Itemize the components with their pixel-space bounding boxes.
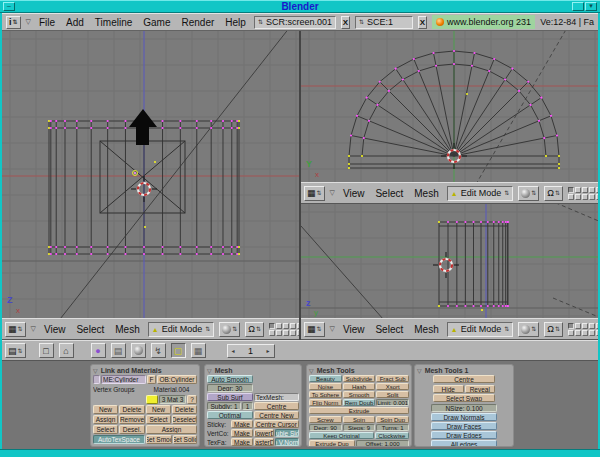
subdiv-render-field[interactable]: 1 <box>242 402 253 410</box>
material-delete-button[interactable]: Delete <box>172 405 197 414</box>
frame-decrement-icon[interactable]: ◂ <box>232 348 235 354</box>
vgroup-delete-button[interactable]: Delete <box>119 405 145 414</box>
viewport-type-button[interactable]: ▦ ⇅ <box>304 322 325 337</box>
spin-dup-button[interactable]: Spin Dup <box>376 416 409 423</box>
layer-cell[interactable] <box>596 194 598 200</box>
layer-cell[interactable] <box>575 330 581 336</box>
viewport-front[interactable]: Z x <box>2 31 299 318</box>
steps-field[interactable]: Steps: 9 <box>343 424 376 431</box>
pivot-button[interactable]: Ω ⇅ <box>544 186 563 201</box>
select-swap-button[interactable]: Select Swap <box>433 394 495 402</box>
material-color-swatch[interactable] <box>146 395 158 404</box>
texface-make-button[interactable]: Make <box>231 438 253 446</box>
layer-cell[interactable] <box>297 330 299 336</box>
vgroup-assign-button[interactable]: Assign <box>93 415 118 424</box>
set-smooth-button[interactable]: Set Smoo <box>146 435 172 444</box>
material-new-button[interactable]: New <box>146 405 171 414</box>
viewport-type-button[interactable]: ▦ ⇅ <box>304 186 325 201</box>
layer-cell[interactable] <box>575 187 581 193</box>
panel-collapse-icon[interactable]: ▽ <box>207 367 212 374</box>
split-button[interactable]: Split <box>376 391 409 398</box>
window-shade-button[interactable]: ▾ <box>585 2 597 11</box>
frame-number-field[interactable]: ◂ 1 ▸ <box>227 344 275 358</box>
editing-context-button[interactable]: ▢ <box>171 343 186 358</box>
double-sided-toggle[interactable]: Double Sided <box>275 429 299 437</box>
layer-cell[interactable] <box>276 323 282 329</box>
draw-mode-button[interactable]: ⇅ <box>518 322 539 337</box>
turns-field[interactable]: Turns: 1 <box>376 424 409 431</box>
material-assign-button[interactable]: Assign <box>146 425 197 434</box>
texmesh-field[interactable]: TexMesh: <box>254 393 299 401</box>
draw-normals-toggle[interactable]: Draw Normals <box>431 413 497 421</box>
centre-new-button[interactable]: Centre New <box>254 411 299 419</box>
faster-draw-button[interactable]: FasterDr <box>254 438 274 446</box>
to-sphere-button[interactable]: To Sphere <box>309 391 342 398</box>
material-help-button[interactable]: ? <box>187 395 197 404</box>
degr-field[interactable]: Degr: 90 <box>309 424 342 431</box>
logic-context-button[interactable]: ● <box>91 343 106 358</box>
menu-mesh[interactable]: Mesh <box>411 188 441 199</box>
centre-button[interactable]: Centre <box>254 402 299 410</box>
vertcol-make-button[interactable]: Make <box>231 429 253 437</box>
layer-cell[interactable] <box>269 323 275 329</box>
window-type-button[interactable]: i ⇅ <box>6 16 21 29</box>
centre-button[interactable]: Centre <box>433 375 495 383</box>
layer-cell[interactable] <box>589 323 595 329</box>
layer-cell[interactable] <box>589 194 595 200</box>
object-context-button[interactable]: ↯ <box>151 343 166 358</box>
hide-button[interactable]: Hide <box>433 385 464 393</box>
layer-cell[interactable] <box>568 323 574 329</box>
window-menu-button[interactable]: – <box>3 2 15 11</box>
all-edges-toggle[interactable]: All edges <box>431 440 497 447</box>
fake-user-button[interactable]: F <box>147 375 156 384</box>
frame-increment-icon[interactable]: ▸ <box>267 348 270 354</box>
header-collapse-icon[interactable]: ▽ <box>26 18 31 26</box>
screw-button[interactable]: Screw <box>309 416 342 423</box>
slower-draw-button[interactable]: SlowerDr <box>254 429 274 437</box>
layer-cell[interactable] <box>297 323 299 329</box>
subdiv-field[interactable]: Subdiv: 1 <box>207 402 241 410</box>
menu-timeline[interactable]: Timeline <box>92 17 135 28</box>
layer-cell[interactable] <box>568 330 574 336</box>
layer-cell[interactable] <box>575 194 581 200</box>
window-titlebar[interactable]: Blender – ▾ <box>0 0 600 13</box>
menu-select[interactable]: Select <box>372 324 406 335</box>
layer-cell[interactable] <box>582 187 588 193</box>
hash-button[interactable]: Hash <box>343 383 376 390</box>
header-collapse-icon[interactable]: ▽ <box>330 189 335 197</box>
menu-game[interactable]: Game <box>140 17 173 28</box>
layer-cell[interactable] <box>269 330 275 336</box>
layer-cell[interactable] <box>582 323 588 329</box>
version-link[interactable]: www.blender.org 231 <box>432 15 535 29</box>
header-collapse-icon[interactable]: ▽ <box>330 325 335 333</box>
spin-button[interactable]: Spin <box>343 416 376 423</box>
window-maximize-button[interactable] <box>572 2 584 11</box>
menu-view[interactable]: View <box>340 324 368 335</box>
smooth-button[interactable]: Smooth <box>343 391 376 398</box>
flip-normals-button[interactable]: Flip Norm <box>309 399 342 406</box>
keep-original-toggle[interactable]: Keep Original <box>309 432 374 439</box>
header-collapse-icon[interactable]: ▽ <box>31 325 36 333</box>
menu-view[interactable]: View <box>340 188 368 199</box>
layer-cell[interactable] <box>582 330 588 336</box>
menu-select[interactable]: Select <box>372 188 406 199</box>
menu-mesh[interactable]: Mesh <box>411 324 441 335</box>
extrude-dup-button[interactable]: Extrude Dup <box>309 440 355 447</box>
layer-cell[interactable] <box>582 194 588 200</box>
draw-mode-button[interactable]: ⇅ <box>518 186 539 201</box>
viewport-top[interactable]: Y x <box>301 31 598 182</box>
menu-select[interactable]: Select <box>73 324 107 335</box>
set-solid-button[interactable]: Set Solid <box>173 435 197 444</box>
layer-cell[interactable] <box>575 323 581 329</box>
offset-field[interactable]: Offset: 1.000 <box>356 440 409 447</box>
menu-view[interactable]: View <box>41 324 69 335</box>
vgroup-select-button[interactable]: Select <box>93 425 118 434</box>
layer-cell[interactable] <box>596 187 598 193</box>
xsort-button[interactable]: Xsort <box>376 383 409 390</box>
autotexspace-toggle[interactable]: AutoTexSpace <box>93 435 145 444</box>
rem-doubles-button[interactable]: Rem Doub <box>343 399 376 406</box>
sticky-make-button[interactable]: Make <box>231 420 253 428</box>
menu-file[interactable]: File <box>36 17 58 28</box>
menu-mesh[interactable]: Mesh <box>112 324 142 335</box>
mode-dropdown[interactable]: ▲ Edit Mode ⇅ <box>148 322 215 337</box>
